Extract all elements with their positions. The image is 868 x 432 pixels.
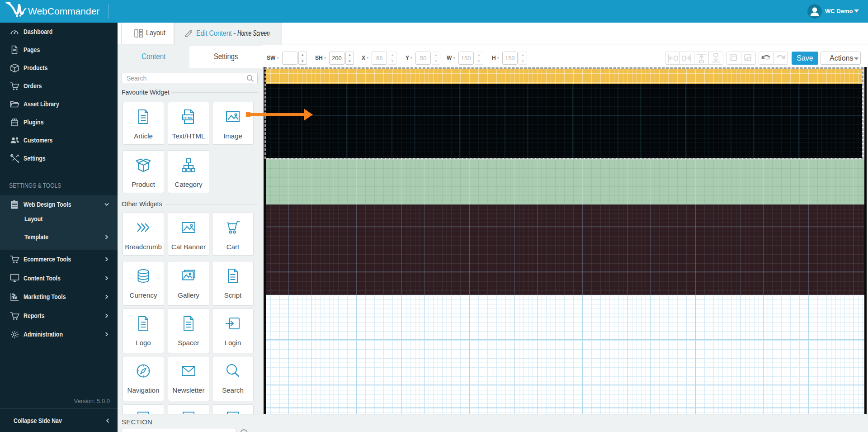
svg-text:HTML: HTML <box>184 116 193 120</box>
